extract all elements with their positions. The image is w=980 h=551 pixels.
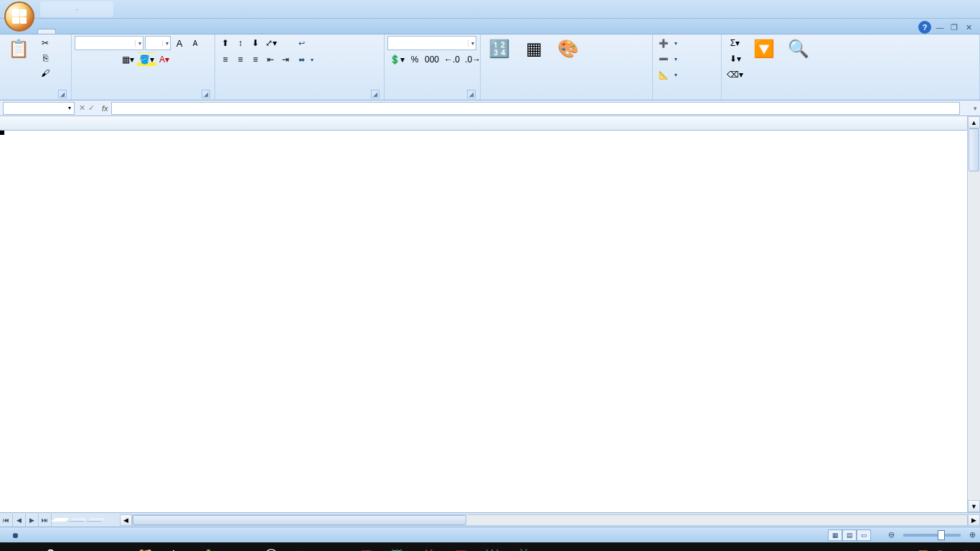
align-center-icon[interactable]: ≡ — [233, 52, 248, 67]
format-painter-icon[interactable]: 🖌 — [37, 66, 53, 80]
expand-formula-bar-icon[interactable]: ▾ — [970, 105, 980, 112]
align-left-icon[interactable]: ≡ — [218, 52, 232, 67]
cell-styles-button[interactable]: 🎨 — [552, 36, 584, 63]
align-launcher-icon[interactable]: ◢ — [371, 90, 380, 98]
fx-icon[interactable]: fx — [99, 104, 111, 113]
name-box[interactable]: ▾ — [3, 102, 75, 115]
currency-icon[interactable]: 💲▾ — [387, 52, 407, 67]
tab-page-layout[interactable] — [73, 29, 90, 34]
app-icon-8[interactable]: ▣ — [445, 543, 476, 551]
bold-button[interactable] — [75, 52, 89, 67]
sort-filter-button[interactable]: 🔽 — [748, 36, 780, 63]
task-view-icon[interactable]: ▭ — [66, 543, 98, 551]
start-button[interactable]: ⊞ — [3, 543, 34, 551]
clipboard-launcher-icon[interactable]: ◢ — [58, 90, 67, 98]
app-icon-6[interactable]: 🛡 — [382, 543, 413, 551]
tab-formulas[interactable] — [90, 29, 108, 34]
tab-review[interactable] — [125, 29, 142, 34]
qat-more-icon[interactable] — [96, 3, 110, 16]
align-bottom-icon[interactable]: ⬇ — [248, 36, 263, 50]
spreadsheet-grid[interactable] — [0, 116, 967, 512]
tab-home[interactable] — [37, 29, 56, 34]
merge-center-button[interactable]: ⬌▾ — [296, 52, 316, 67]
sheet-tab-2[interactable] — [69, 518, 88, 522]
paste-button[interactable]: 📋 — [3, 36, 34, 63]
align-top-icon[interactable]: ⬆ — [218, 36, 232, 50]
cut-icon[interactable]: ✂ — [37, 36, 53, 50]
decrease-indent-icon[interactable]: ⇤ — [263, 52, 278, 67]
view-normal-icon[interactable]: ▦ — [828, 529, 842, 541]
increase-decimal-icon[interactable]: ←.0 — [442, 52, 462, 67]
edge-icon[interactable]: e — [98, 543, 129, 551]
sheet-tab-1[interactable] — [51, 518, 70, 522]
last-sheet-icon[interactable]: ⏭ — [39, 514, 52, 527]
percent-icon[interactable]: % — [407, 52, 422, 67]
number-launcher-icon[interactable]: ◢ — [467, 90, 476, 98]
tab-data[interactable] — [108, 29, 125, 34]
fill-handle[interactable] — [0, 131, 4, 135]
comma-icon[interactable]: 000 — [423, 52, 441, 67]
tab-view[interactable] — [142, 29, 159, 34]
next-sheet-icon[interactable]: ▶ — [26, 514, 39, 527]
autosum-icon[interactable]: Σ▾ — [725, 36, 745, 50]
clear-icon[interactable]: ⌫▾ — [725, 67, 745, 82]
store-icon[interactable]: 🛍 — [161, 543, 192, 551]
doc-close-button[interactable]: ✕ — [963, 22, 974, 33]
redo-icon[interactable] — [80, 3, 95, 16]
app-icon-1[interactable]: ⬇ — [192, 543, 224, 551]
app-icon-5[interactable]: ▦ — [350, 543, 382, 551]
fill-icon[interactable]: ⬇▾ — [725, 52, 745, 66]
conditional-formatting-button[interactable]: 🔢 — [484, 36, 515, 63]
sheet-tab-3[interactable] — [87, 518, 105, 522]
app-icon-3[interactable]: ▶ — [287, 543, 319, 551]
formula-input[interactable] — [111, 102, 960, 115]
scroll-thumb-h[interactable] — [133, 515, 466, 525]
view-pagebreak-icon[interactable]: ▭ — [857, 529, 871, 541]
font-size-combo[interactable]: ▾ — [145, 36, 171, 50]
scroll-right-icon[interactable]: ▶ — [968, 514, 980, 526]
font-color-icon[interactable]: A▾ — [157, 52, 171, 67]
shrink-font-icon[interactable]: A — [188, 36, 202, 50]
zoom-out-icon[interactable]: ⊖ — [888, 530, 895, 540]
maximize-button[interactable] — [936, 1, 956, 14]
scroll-up-icon[interactable]: ▲ — [968, 116, 980, 128]
border-icon[interactable]: ▦▾ — [120, 52, 136, 67]
enter-formula-icon[interactable]: ✓ — [88, 103, 95, 113]
delete-cells-button[interactable]: ➖▾ — [656, 52, 680, 66]
find-select-button[interactable]: 🔍 — [783, 36, 814, 63]
chrome-icon[interactable]: ◯ — [255, 543, 287, 551]
copy-icon[interactable]: ⎘ — [37, 51, 53, 65]
zoom-in-icon[interactable]: ⊕ — [969, 530, 976, 540]
insert-cells-button[interactable]: ➕▾ — [656, 36, 680, 50]
help-icon[interactable]: ? — [918, 21, 931, 34]
app-icon-4[interactable]: ☁ — [319, 543, 350, 551]
doc-restore-button[interactable]: ❐ — [948, 22, 960, 33]
vertical-scrollbar[interactable]: ▲ ▼ — [967, 116, 980, 512]
cancel-formula-icon[interactable]: ✕ — [79, 103, 85, 113]
fill-color-icon[interactable]: 🪣▾ — [137, 52, 156, 67]
app-icon-2[interactable]: ∞ — [224, 543, 255, 551]
orientation-icon[interactable]: ⤢▾ — [263, 36, 279, 50]
macro-record-icon[interactable]: ⏺ — [11, 531, 19, 540]
prev-sheet-icon[interactable]: ◀ — [13, 514, 26, 527]
wrap-text-button[interactable]: ↩ — [296, 36, 316, 50]
tab-insert[interactable] — [56, 29, 73, 34]
font-launcher-icon[interactable]: ◢ — [202, 90, 210, 98]
grow-font-icon[interactable]: A — [172, 36, 187, 50]
view-layout-icon[interactable]: ▤ — [842, 529, 857, 541]
format-cells-button[interactable]: 📐▾ — [656, 67, 680, 82]
first-sheet-icon[interactable]: ⏮ — [0, 514, 13, 527]
explorer-icon[interactable]: 📁 — [129, 543, 161, 551]
number-format-combo[interactable]: ▾ — [387, 36, 476, 50]
align-middle-icon[interactable]: ↕ — [233, 36, 248, 50]
save-icon[interactable] — [43, 3, 57, 16]
zoom-slider[interactable] — [903, 534, 961, 537]
app-icon-7[interactable]: K — [413, 543, 445, 551]
underline-button[interactable] — [105, 52, 119, 67]
minimize-button[interactable] — [914, 1, 934, 14]
office-button[interactable] — [4, 1, 34, 32]
search-icon[interactable]: ⚲ — [34, 543, 66, 551]
tab-developer[interactable] — [159, 29, 176, 34]
font-name-combo[interactable]: ▾ — [75, 36, 143, 50]
close-button[interactable] — [957, 1, 977, 14]
